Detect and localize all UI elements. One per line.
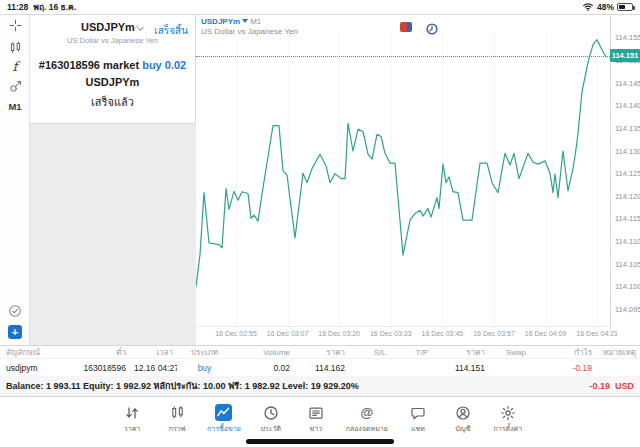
account-summary: Balance: 1 993.11 Equity: 1 992.92 หลักป… xyxy=(6,379,359,393)
one-click-trading-icon[interactable] xyxy=(0,303,30,318)
table-row[interactable]: usdjpym16301859612.16 04:27buy0.02114.16… xyxy=(0,359,640,377)
column-header-swap: Swap xyxy=(489,348,530,357)
column-header-sl: S/L xyxy=(349,348,390,357)
order-action: buy 0.02 xyxy=(142,59,186,71)
tab-chart[interactable]: กราฟ xyxy=(162,404,192,434)
metatrader-app: 11:28 พฤ. 16 ธ.ค. 48% xyxy=(0,0,640,447)
order-confirmation-card: USDJPYm เสร็จสิ้น US Dollar vs Japanese … xyxy=(30,15,196,124)
tab-label: บัญชี xyxy=(455,423,470,434)
column-header-tp: T/P xyxy=(390,348,432,357)
price-tick-label: 114.155 xyxy=(615,33,640,42)
cell-price_current: 114.151 xyxy=(432,363,489,373)
column-header-ticket: ตั๋ว xyxy=(70,346,130,359)
cell-profit: -0.19 xyxy=(530,363,596,373)
time-tick-label: 16 Dec 03:45 xyxy=(422,330,464,337)
tab-chat[interactable]: แชท xyxy=(403,404,433,434)
status-date: พฤ. 16 ธ.ค. xyxy=(33,0,76,14)
column-header-price_current: ราคา xyxy=(432,346,489,359)
account-icon xyxy=(455,404,471,421)
tab-label: ราคา xyxy=(124,423,140,434)
tab-settings[interactable]: การตั้งค่า xyxy=(493,404,523,434)
table-header-row: สัญลักษณ์ตั๋วเวลาประเภทVolumeราคาS/LT/Pร… xyxy=(0,346,640,359)
cell-symbol: usdjpym xyxy=(0,363,70,373)
history-icon xyxy=(263,404,279,421)
home-indicator[interactable] xyxy=(246,439,394,444)
time-tick-label: 16 Dec 04:09 xyxy=(525,330,567,337)
chart-region[interactable]: USDJPYmM1 US Dollar vs Japanese Yen 114.… xyxy=(196,15,640,345)
cell-ticket: 163018596 xyxy=(70,363,130,373)
price-tick-label: 114.125 xyxy=(615,169,640,178)
tab-label: แชท xyxy=(411,423,425,434)
settings-icon xyxy=(500,404,516,421)
tab-label: กล่องจดหมาย xyxy=(346,423,388,434)
tab-trade[interactable]: การซื้อขาย xyxy=(207,404,241,434)
tab-label: กราฟ xyxy=(169,423,186,434)
calendar-event-flag-icon[interactable] xyxy=(400,22,412,32)
current-price-badge: 114.151 xyxy=(610,49,640,62)
account-bar: Balance: 1 993.11 Equity: 1 992.92 หลักป… xyxy=(0,376,640,397)
price-tick-label: 114.115 xyxy=(615,214,640,223)
order-symbol: USDJPYm xyxy=(30,76,195,88)
column-header-volume: Volume xyxy=(232,348,294,357)
price-tick-label: 114.095 xyxy=(615,305,640,314)
chat-icon xyxy=(410,404,426,421)
price-tick-label: 114.130 xyxy=(615,147,640,156)
battery-icon xyxy=(617,3,633,11)
cell-time: 12.16 04:27 xyxy=(130,363,177,373)
order-result-line: #163018596 market buy 0.02 xyxy=(30,59,195,71)
indicators-icon[interactable] xyxy=(0,40,30,55)
chevron-down-icon xyxy=(137,23,144,30)
price-line xyxy=(196,40,606,287)
price-tick-label: 114.135 xyxy=(615,124,640,133)
time-tick-label: 16 Dec 03:33 xyxy=(370,330,412,337)
price-tick-label: 114.110 xyxy=(615,237,640,246)
wifi-icon xyxy=(582,2,594,13)
symbol-description: US Dollar vs Japanese Yen xyxy=(30,36,195,45)
clock-time: 11:28 xyxy=(7,2,28,12)
news-icon xyxy=(308,404,324,421)
time-tick-label: 16 Dec 03:07 xyxy=(267,330,309,337)
floating-profit: -0.19 USD xyxy=(589,381,634,391)
column-header-price_open: ราคา xyxy=(294,346,349,359)
tab-label: การตั้งค่า xyxy=(494,423,523,434)
tab-news[interactable]: ข่าว xyxy=(301,404,331,434)
column-header-profit: กำไร xyxy=(530,346,596,359)
timeframe-button[interactable]: M1 xyxy=(0,99,30,114)
crosshair-icon[interactable] xyxy=(0,18,30,33)
column-header-type: ประเภท xyxy=(177,346,232,359)
tab-label: การซื้อขาย xyxy=(207,423,241,434)
chart-timeframe: M1 xyxy=(250,17,261,26)
chart-symbol[interactable]: USDJPYm xyxy=(201,17,240,26)
tab-account[interactable]: บัญชี xyxy=(448,404,478,434)
current-price-line xyxy=(196,56,610,57)
quotes-icon xyxy=(124,404,140,421)
tab-mailbox[interactable]: @กล่องจดหมาย xyxy=(346,404,388,434)
tab-history[interactable]: ประวัติ xyxy=(256,404,286,434)
tab-label: ข่าว xyxy=(309,423,322,434)
tab-label: ประวัติ xyxy=(261,423,281,434)
price-axis-line xyxy=(610,15,611,330)
price-tick-label: 114.100 xyxy=(615,282,640,291)
price-tick-label: 114.145 xyxy=(615,79,640,88)
time-tick-label: 16 Dec 04:21 xyxy=(576,330,618,337)
cell-price_open: 114.162 xyxy=(294,363,349,373)
order-status: เสร็จแล้ว xyxy=(30,93,195,111)
column-header-time: เวลา xyxy=(130,346,177,359)
cell-type: buy xyxy=(177,363,232,373)
chart-tool-rail: f M1 + xyxy=(0,15,30,345)
objects-icon[interactable] xyxy=(0,79,30,94)
mailbox-icon: @ xyxy=(361,404,374,421)
tab-quotes[interactable]: ราคา xyxy=(117,404,147,434)
battery-percent: 48% xyxy=(597,2,614,12)
positions-table: สัญลักษณ์ตั๋วเวลาประเภทVolumeราคาS/LT/Pร… xyxy=(0,345,640,376)
order-panel: USDJPYm เสร็จสิ้น US Dollar vs Japanese … xyxy=(30,15,196,345)
time-tick-label: 16 Dec 02:55 xyxy=(215,330,257,337)
new-order-button[interactable]: + xyxy=(0,324,30,340)
price-tick-label: 114.120 xyxy=(615,192,640,201)
price-tick-label: 114.140 xyxy=(615,101,640,110)
column-header-symbol: สัญลักษณ์ xyxy=(0,346,70,359)
column-header-notes: หมายเหตุ xyxy=(596,346,640,359)
price-tick-label: 114.105 xyxy=(615,260,640,269)
cell-volume: 0.02 xyxy=(232,363,294,373)
functions-icon[interactable]: f xyxy=(0,59,30,74)
